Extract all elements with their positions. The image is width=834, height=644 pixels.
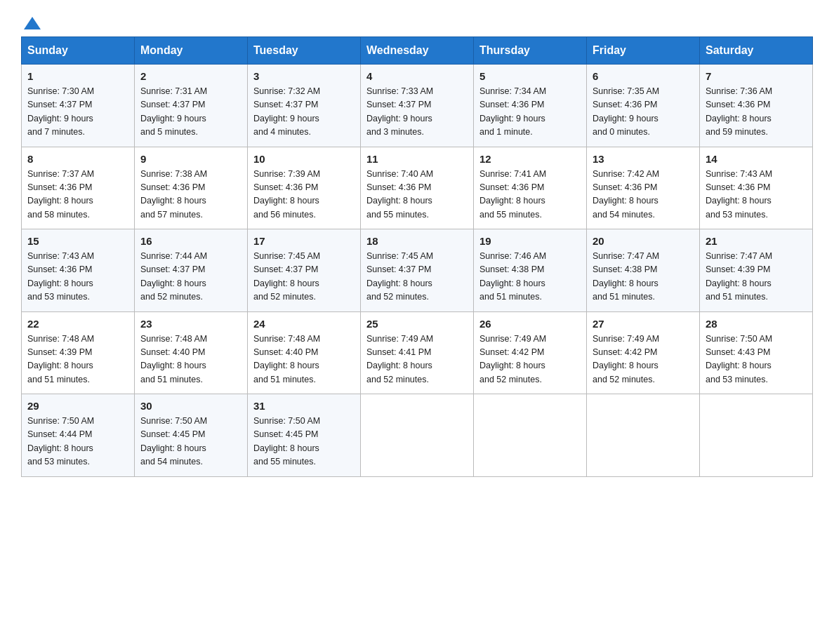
logo-icon bbox=[22, 14, 42, 34]
calendar-cell: 13Sunrise: 7:42 AMSunset: 4:36 PMDayligh… bbox=[587, 147, 700, 229]
calendar-cell: 16Sunrise: 7:44 AMSunset: 4:37 PMDayligh… bbox=[135, 229, 248, 312]
day-info: Sunrise: 7:39 AMSunset: 4:36 PMDaylight:… bbox=[253, 168, 355, 222]
day-number: 29 bbox=[27, 400, 128, 412]
calendar-cell: 2Sunrise: 7:31 AMSunset: 4:37 PMDaylight… bbox=[135, 65, 248, 147]
calendar-cell: 24Sunrise: 7:48 AMSunset: 4:40 PMDayligh… bbox=[248, 311, 361, 394]
calendar-cell: 9Sunrise: 7:38 AMSunset: 4:36 PMDaylight… bbox=[135, 147, 248, 229]
day-number: 31 bbox=[253, 400, 355, 412]
column-header-wednesday: Wednesday bbox=[361, 37, 474, 65]
day-info: Sunrise: 7:43 AMSunset: 4:36 PMDaylight:… bbox=[27, 250, 128, 304]
calendar-cell: 15Sunrise: 7:43 AMSunset: 4:36 PMDayligh… bbox=[22, 229, 135, 312]
column-header-tuesday: Tuesday bbox=[248, 37, 361, 65]
calendar-week-row: 15Sunrise: 7:43 AMSunset: 4:36 PMDayligh… bbox=[22, 229, 813, 312]
day-number: 7 bbox=[706, 70, 807, 82]
calendar-cell: 10Sunrise: 7:39 AMSunset: 4:36 PMDayligh… bbox=[248, 147, 361, 229]
calendar-table: SundayMondayTuesdayWednesdayThursdayFrid… bbox=[21, 36, 813, 477]
calendar-cell: 25Sunrise: 7:49 AMSunset: 4:41 PMDayligh… bbox=[361, 311, 474, 394]
day-info: Sunrise: 7:46 AMSunset: 4:38 PMDaylight:… bbox=[479, 250, 581, 304]
calendar-cell: 4Sunrise: 7:33 AMSunset: 4:37 PMDaylight… bbox=[361, 65, 474, 147]
day-number: 10 bbox=[253, 153, 355, 165]
day-info: Sunrise: 7:36 AMSunset: 4:36 PMDaylight:… bbox=[706, 85, 807, 140]
day-info: Sunrise: 7:32 AMSunset: 4:37 PMDaylight:… bbox=[253, 85, 355, 140]
day-number: 14 bbox=[706, 153, 807, 165]
day-info: Sunrise: 7:48 AMSunset: 4:40 PMDaylight:… bbox=[140, 333, 241, 387]
day-number: 23 bbox=[140, 318, 241, 330]
day-info: Sunrise: 7:40 AMSunset: 4:36 PMDaylight:… bbox=[366, 168, 468, 222]
calendar-cell: 14Sunrise: 7:43 AMSunset: 4:36 PMDayligh… bbox=[700, 147, 813, 229]
day-number: 1 bbox=[27, 70, 128, 82]
day-info: Sunrise: 7:49 AMSunset: 4:41 PMDaylight:… bbox=[366, 333, 468, 387]
day-number: 22 bbox=[27, 318, 128, 330]
day-number: 8 bbox=[27, 153, 128, 165]
day-number: 13 bbox=[593, 153, 694, 165]
calendar-cell: 3Sunrise: 7:32 AMSunset: 4:37 PMDaylight… bbox=[248, 65, 361, 147]
day-info: Sunrise: 7:50 AMSunset: 4:44 PMDaylight:… bbox=[27, 415, 128, 469]
calendar-cell: 26Sunrise: 7:49 AMSunset: 4:42 PMDayligh… bbox=[474, 311, 587, 394]
column-header-thursday: Thursday bbox=[474, 37, 587, 65]
day-number: 20 bbox=[593, 235, 694, 247]
page-header bbox=[21, 14, 813, 29]
day-number: 5 bbox=[479, 70, 581, 82]
day-info: Sunrise: 7:48 AMSunset: 4:39 PMDaylight:… bbox=[27, 333, 128, 387]
day-info: Sunrise: 7:42 AMSunset: 4:36 PMDaylight:… bbox=[593, 168, 694, 222]
column-header-monday: Monday bbox=[135, 37, 248, 65]
day-info: Sunrise: 7:50 AMSunset: 4:45 PMDaylight:… bbox=[253, 415, 355, 469]
svg-marker-0 bbox=[24, 17, 41, 29]
day-info: Sunrise: 7:50 AMSunset: 4:45 PMDaylight:… bbox=[140, 415, 241, 469]
day-number: 4 bbox=[366, 70, 468, 82]
day-number: 9 bbox=[140, 153, 241, 165]
day-number: 6 bbox=[593, 70, 694, 82]
calendar-cell: 18Sunrise: 7:45 AMSunset: 4:37 PMDayligh… bbox=[361, 229, 474, 312]
day-info: Sunrise: 7:43 AMSunset: 4:36 PMDaylight:… bbox=[706, 168, 807, 222]
logo bbox=[21, 14, 42, 29]
calendar-cell: 17Sunrise: 7:45 AMSunset: 4:37 PMDayligh… bbox=[248, 229, 361, 312]
day-info: Sunrise: 7:49 AMSunset: 4:42 PMDaylight:… bbox=[593, 333, 694, 387]
day-number: 3 bbox=[253, 70, 355, 82]
calendar-cell: 22Sunrise: 7:48 AMSunset: 4:39 PMDayligh… bbox=[22, 311, 135, 394]
day-info: Sunrise: 7:47 AMSunset: 4:39 PMDaylight:… bbox=[706, 250, 807, 304]
day-number: 18 bbox=[366, 235, 468, 247]
day-number: 24 bbox=[253, 318, 355, 330]
calendar-cell: 29Sunrise: 7:50 AMSunset: 4:44 PMDayligh… bbox=[22, 394, 135, 477]
calendar-cell: 20Sunrise: 7:47 AMSunset: 4:38 PMDayligh… bbox=[587, 229, 700, 312]
calendar-cell: 19Sunrise: 7:46 AMSunset: 4:38 PMDayligh… bbox=[474, 229, 587, 312]
day-info: Sunrise: 7:44 AMSunset: 4:37 PMDaylight:… bbox=[140, 250, 241, 304]
calendar-cell: 12Sunrise: 7:41 AMSunset: 4:36 PMDayligh… bbox=[474, 147, 587, 229]
calendar-cell: 27Sunrise: 7:49 AMSunset: 4:42 PMDayligh… bbox=[587, 311, 700, 394]
day-number: 28 bbox=[706, 318, 807, 330]
column-header-sunday: Sunday bbox=[22, 37, 135, 65]
calendar-cell: 8Sunrise: 7:37 AMSunset: 4:36 PMDaylight… bbox=[22, 147, 135, 229]
day-number: 21 bbox=[706, 235, 807, 247]
calendar-cell: 23Sunrise: 7:48 AMSunset: 4:40 PMDayligh… bbox=[135, 311, 248, 394]
day-number: 25 bbox=[366, 318, 468, 330]
day-number: 19 bbox=[479, 235, 581, 247]
day-info: Sunrise: 7:33 AMSunset: 4:37 PMDaylight:… bbox=[366, 85, 468, 140]
day-info: Sunrise: 7:31 AMSunset: 4:37 PMDaylight:… bbox=[140, 85, 241, 140]
calendar-cell bbox=[361, 394, 474, 477]
calendar-cell: 1Sunrise: 7:30 AMSunset: 4:37 PMDaylight… bbox=[22, 65, 135, 147]
calendar-cell: 30Sunrise: 7:50 AMSunset: 4:45 PMDayligh… bbox=[135, 394, 248, 477]
day-number: 15 bbox=[27, 235, 128, 247]
calendar-cell bbox=[700, 394, 813, 477]
day-number: 27 bbox=[593, 318, 694, 330]
column-header-saturday: Saturday bbox=[700, 37, 813, 65]
calendar-cell: 7Sunrise: 7:36 AMSunset: 4:36 PMDaylight… bbox=[700, 65, 813, 147]
day-info: Sunrise: 7:48 AMSunset: 4:40 PMDaylight:… bbox=[253, 333, 355, 387]
calendar-week-row: 29Sunrise: 7:50 AMSunset: 4:44 PMDayligh… bbox=[22, 394, 813, 477]
calendar-cell bbox=[587, 394, 700, 477]
day-info: Sunrise: 7:30 AMSunset: 4:37 PMDaylight:… bbox=[27, 85, 128, 140]
day-info: Sunrise: 7:49 AMSunset: 4:42 PMDaylight:… bbox=[479, 333, 581, 387]
day-number: 2 bbox=[140, 70, 241, 82]
day-info: Sunrise: 7:35 AMSunset: 4:36 PMDaylight:… bbox=[593, 85, 694, 140]
calendar-cell: 31Sunrise: 7:50 AMSunset: 4:45 PMDayligh… bbox=[248, 394, 361, 477]
day-number: 17 bbox=[253, 235, 355, 247]
day-info: Sunrise: 7:50 AMSunset: 4:43 PMDaylight:… bbox=[706, 333, 807, 387]
day-info: Sunrise: 7:41 AMSunset: 4:36 PMDaylight:… bbox=[479, 168, 581, 222]
day-info: Sunrise: 7:38 AMSunset: 4:36 PMDaylight:… bbox=[140, 168, 241, 222]
column-header-friday: Friday bbox=[587, 37, 700, 65]
calendar-cell bbox=[474, 394, 587, 477]
calendar-week-row: 1Sunrise: 7:30 AMSunset: 4:37 PMDaylight… bbox=[22, 65, 813, 147]
calendar-header-row: SundayMondayTuesdayWednesdayThursdayFrid… bbox=[22, 37, 813, 65]
day-number: 12 bbox=[479, 153, 581, 165]
calendar-cell: 6Sunrise: 7:35 AMSunset: 4:36 PMDaylight… bbox=[587, 65, 700, 147]
